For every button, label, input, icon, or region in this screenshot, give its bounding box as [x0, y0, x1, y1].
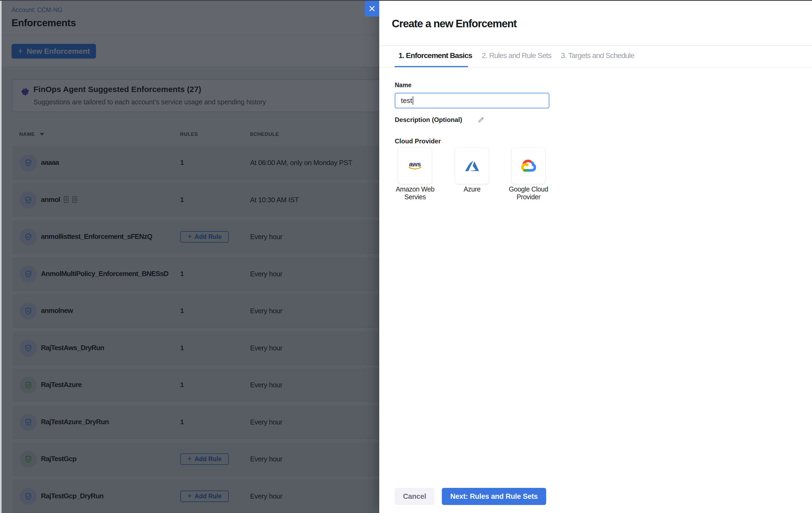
svg-text:aws: aws: [409, 161, 421, 168]
